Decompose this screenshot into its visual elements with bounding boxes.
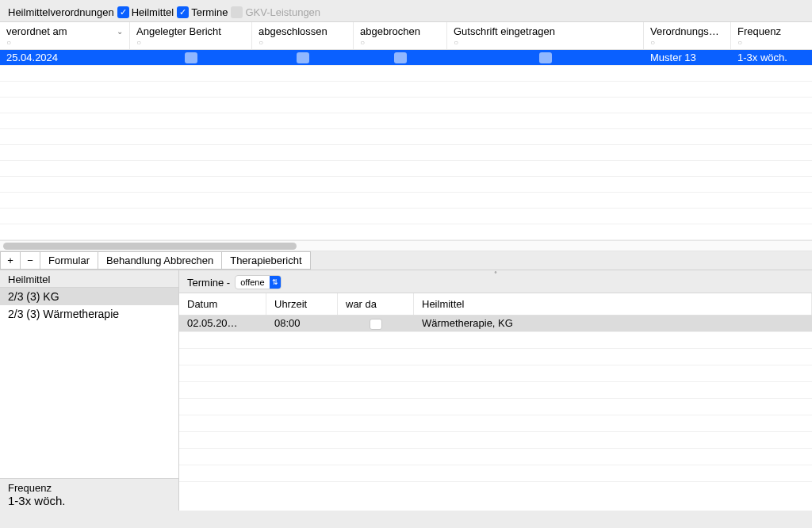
checkbox-heilmittel[interactable]: ✓ Heilmittel [117, 6, 174, 18]
table-row[interactable] [0, 209, 812, 224]
table-row[interactable] [0, 98, 812, 113]
check-icon [231, 6, 243, 18]
table-row[interactable] [0, 113, 812, 129]
heilmittel-list: 2/3 (3) KG 2/3 (3) Wärmetherapie [0, 287, 178, 479]
list-item[interactable]: 2/3 (3) KG [0, 288, 178, 305]
horizontal-scrollbar[interactable] [0, 240, 812, 251]
column-angelegter-bericht[interactable]: Angelegter Bericht○ [130, 22, 252, 49]
termine-panel: • Termine - offene ⇅ Datum Uhrzeit war d… [179, 270, 812, 511]
check-icon: ✓ [117, 6, 129, 18]
checkbox-icon[interactable] [539, 52, 552, 63]
checkbox-icon[interactable] [185, 52, 197, 63]
table-row[interactable] [0, 193, 812, 209]
list-item[interactable]: 2/3 (3) Wärmetherapie [0, 305, 178, 323]
action-bar: + − Formular Behandlung Abbrechen Therap… [0, 251, 812, 270]
cell-heilmittel: Wärmetherapie, KG [414, 316, 812, 331]
checkbox-icon[interactable] [370, 319, 382, 330]
termine-label: Termine - [187, 277, 230, 289]
prescriptions-table: verordnet am ⌄ ○ Angelegter Bericht○ abg… [0, 21, 812, 251]
table-row[interactable]: 25.04.2024 Muster 13 1-3x wöch. [0, 50, 812, 66]
table-row[interactable] [179, 349, 812, 365]
remove-button[interactable]: − [20, 251, 40, 270]
table-header: verordnet am ⌄ ○ Angelegter Bericht○ abg… [0, 22, 812, 50]
table-row[interactable] [179, 332, 812, 349]
column-gutschrift[interactable]: Gutschrift eingetragen○ [447, 22, 644, 49]
therapiebericht-button[interactable]: Therapiebericht [221, 251, 310, 270]
cell-frequenz: 1-3x wöch. [731, 50, 812, 65]
table-row[interactable] [0, 161, 812, 177]
cell-uhrzeit: 08:00 [266, 316, 338, 331]
table-row[interactable] [0, 224, 812, 240]
column-abgebrochen[interactable]: abgebrochen○ [354, 22, 447, 49]
column-war-da[interactable]: war da [338, 293, 414, 315]
table-row[interactable] [179, 449, 812, 465]
cell-datum: 02.05.20… [179, 316, 266, 331]
checkbox-icon[interactable] [394, 52, 407, 63]
abbrechen-button[interactable]: Behandlung Abbrechen [98, 251, 222, 270]
select-arrows-icon: ⇅ [270, 275, 281, 289]
checkbox-gkv[interactable]: GKV-Leistungen [231, 6, 320, 18]
column-uhrzeit[interactable]: Uhrzeit [266, 293, 338, 315]
chevron-down-icon: ⌄ [117, 27, 123, 36]
checkbox-icon[interactable] [297, 52, 309, 63]
table-row[interactable] [0, 129, 812, 145]
table-row[interactable] [0, 177, 812, 193]
column-frequenz[interactable]: Frequenz○ [731, 22, 812, 49]
column-verordnungs[interactable]: Verordnungs…○ [644, 22, 731, 49]
frequenz-label: Frequenz [0, 479, 178, 494]
add-button[interactable]: + [0, 251, 21, 270]
cell-date: 25.04.2024 [0, 50, 130, 65]
filter-title: Heilmittelverordnungen [8, 6, 114, 18]
table-row[interactable] [179, 399, 812, 415]
table-row[interactable] [179, 382, 812, 399]
table-row[interactable] [179, 415, 812, 432]
table-row[interactable] [0, 145, 812, 161]
heilmittel-panel: Heilmittel 2/3 (3) KG 2/3 (3) Wärmethera… [0, 270, 179, 511]
table-row[interactable] [0, 82, 812, 98]
formular-button[interactable]: Formular [40, 251, 98, 270]
scrollbar-thumb[interactable] [3, 243, 297, 250]
column-abgeschlossen[interactable]: abgeschlossen○ [252, 22, 354, 49]
table-row[interactable] [179, 365, 812, 382]
cell-verordnung: Muster 13 [644, 50, 731, 65]
table-row[interactable] [0, 66, 812, 82]
table-row[interactable] [179, 432, 812, 449]
checkbox-termine[interactable]: ✓ Termine [177, 6, 228, 18]
filter-bar: Heilmittelverordnungen ✓ Heilmittel ✓ Te… [0, 5, 812, 21]
frequenz-value: 1-3x wöch. [0, 494, 178, 511]
check-icon: ✓ [177, 6, 189, 18]
column-verordnet-am[interactable]: verordnet am ⌄ ○ [0, 22, 130, 49]
heilmittel-title: Heilmittel [0, 270, 178, 287]
table-row[interactable] [179, 465, 812, 482]
column-heilmittel[interactable]: Heilmittel [414, 293, 812, 315]
termine-table: Datum Uhrzeit war da Heilmittel 02.05.20… [179, 293, 812, 511]
termine-filter-select[interactable]: offene ⇅ [235, 275, 281, 289]
table-row[interactable]: 02.05.20… 08:00 Wärmetherapie, KG [179, 316, 812, 332]
column-datum[interactable]: Datum [179, 293, 266, 315]
